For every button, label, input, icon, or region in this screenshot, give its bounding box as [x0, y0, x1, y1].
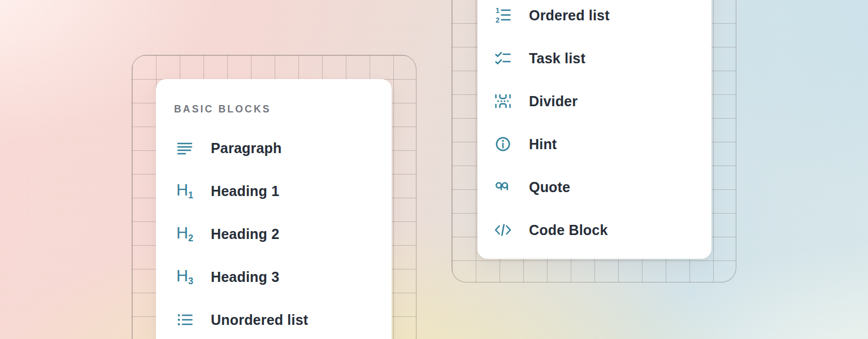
menu-item-heading-2[interactable]: H2 Heading 2	[174, 212, 392, 255]
basic-blocks-menu: BASIC BLOCKS Paragraph H1 Heading 1 H2	[156, 79, 392, 339]
menu-item-label: Code Block	[529, 222, 608, 238]
menu-item-heading-3[interactable]: H3 Heading 3	[174, 255, 392, 298]
blocks-list: 1 2 Ordered list Task list	[492, 0, 711, 251]
menu-item-label: Quote	[529, 179, 570, 195]
heading-3-icon: H3	[174, 266, 196, 288]
ordered-list-icon: 1 2	[492, 5, 514, 26]
menu-item-label: Heading 3	[211, 269, 279, 285]
unordered-list-icon	[174, 309, 196, 331]
basic-blocks-list: Paragraph H1 Heading 1 H2 Heading 2 H3 H…	[174, 127, 392, 339]
heading-1-icon: H1	[174, 180, 196, 202]
menu-item-label: Heading 1	[211, 183, 279, 199]
menu-item-unordered-list[interactable]: Unordered list	[174, 298, 392, 339]
menu-item-hint[interactable]: Hint	[492, 123, 711, 166]
svg-text:1: 1	[496, 7, 500, 15]
menu-item-quote[interactable]: Quote	[492, 166, 711, 208]
menu-item-divider[interactable]: Divider	[492, 80, 711, 123]
menu-item-task-list[interactable]: Task list	[492, 37, 711, 80]
quote-icon	[492, 176, 514, 198]
task-list-icon	[492, 47, 514, 69]
heading-2-icon: H2	[174, 223, 196, 245]
menu-item-label: Paragraph	[211, 140, 281, 157]
menu-item-code-block[interactable]: Code Block	[492, 208, 711, 251]
svg-text:2: 2	[496, 16, 500, 24]
menu-item-label: Ordered list	[529, 7, 610, 24]
menu-item-ordered-list[interactable]: 1 2 Ordered list	[492, 0, 711, 37]
menu-item-heading-1[interactable]: H1 Heading 1	[174, 169, 392, 212]
menu-item-label: Divider	[529, 93, 578, 110]
menu-item-label: Heading 2	[211, 226, 279, 242]
menu-item-label: Hint	[529, 136, 557, 153]
blocks-menu-continued: 1 2 Ordered list Task list	[478, 0, 711, 259]
menu-item-label: Unordered list	[211, 312, 308, 328]
paragraph-icon	[174, 137, 196, 159]
page-background: BASIC BLOCKS Paragraph H1 Heading 1 H2	[0, 0, 868, 339]
menu-item-label: Task list	[529, 50, 585, 67]
menu-item-paragraph[interactable]: Paragraph	[174, 127, 392, 169]
hint-icon	[492, 133, 514, 155]
divider-icon	[492, 90, 514, 112]
code-block-icon	[492, 219, 514, 241]
section-label-basic-blocks: BASIC BLOCKS	[174, 103, 392, 115]
